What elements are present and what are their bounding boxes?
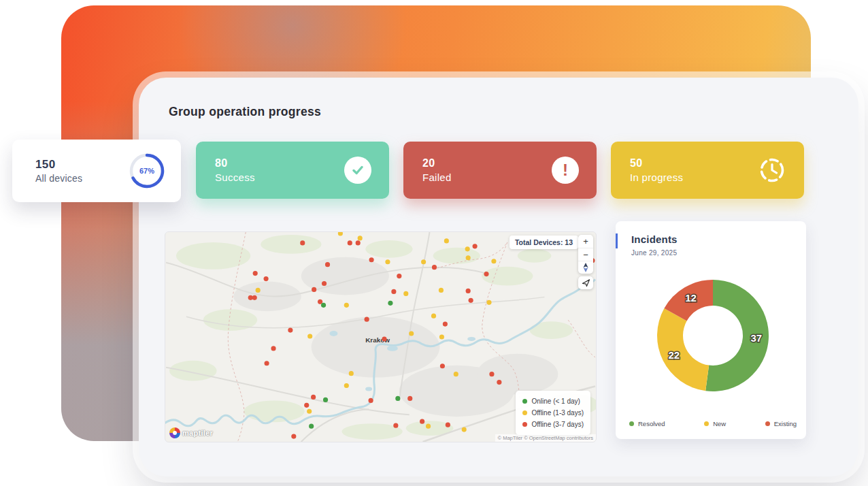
device-marker[interactable] bbox=[407, 396, 412, 401]
device-marker[interactable] bbox=[440, 363, 445, 368]
device-marker[interactable] bbox=[388, 301, 393, 306]
device-marker[interactable] bbox=[409, 331, 414, 336]
in-progress-count: 50 bbox=[630, 157, 683, 169]
device-marker[interactable] bbox=[421, 259, 426, 264]
donut-slice-new bbox=[657, 308, 709, 391]
device-marker[interactable] bbox=[469, 298, 473, 303]
device-marker[interactable] bbox=[348, 240, 352, 245]
device-marker[interactable] bbox=[265, 361, 269, 366]
device-marker[interactable] bbox=[291, 434, 296, 438]
device-marker[interactable] bbox=[300, 240, 305, 245]
donut-value-label: 12 bbox=[685, 292, 697, 304]
device-marker[interactable] bbox=[444, 238, 449, 243]
legend-label: Offline (1-3 days) bbox=[531, 407, 584, 419]
device-marker[interactable] bbox=[484, 272, 488, 276]
device-marker[interactable] bbox=[356, 240, 361, 245]
device-marker[interactable] bbox=[397, 274, 401, 278]
legend-label: Existing bbox=[774, 420, 797, 427]
device-marker[interactable] bbox=[344, 383, 349, 388]
device-marker[interactable] bbox=[323, 398, 328, 402]
zoom-out-button[interactable]: − bbox=[578, 248, 593, 261]
device-marker[interactable] bbox=[369, 398, 373, 403]
device-marker[interactable] bbox=[321, 303, 326, 308]
legend-dot-icon bbox=[522, 410, 527, 415]
device-marker[interactable] bbox=[304, 403, 309, 408]
device-marker[interactable] bbox=[369, 257, 374, 262]
device-marker[interactable] bbox=[358, 236, 363, 240]
failed-label: Failed bbox=[422, 172, 452, 183]
device-marker[interactable] bbox=[465, 246, 470, 251]
donut-value-label: 37 bbox=[751, 332, 763, 344]
device-marker[interactable] bbox=[393, 423, 398, 428]
device-marker[interactable] bbox=[466, 289, 471, 293]
device-marker[interactable] bbox=[322, 281, 327, 286]
device-marker[interactable] bbox=[439, 288, 444, 293]
device-marker[interactable] bbox=[325, 262, 330, 267]
legend-item: Offline (3-7 days) bbox=[522, 419, 584, 430]
device-marker[interactable] bbox=[497, 380, 501, 385]
incidents-card: Incidents June 29, 2025 372212 ResolvedN… bbox=[616, 221, 806, 439]
locate-icon[interactable] bbox=[578, 276, 593, 289]
device-marker[interactable] bbox=[446, 423, 450, 427]
device-marker[interactable] bbox=[349, 371, 354, 376]
device-marker[interactable] bbox=[491, 259, 496, 263]
maptiler-logo[interactable]: maptiler bbox=[169, 427, 213, 438]
device-marker[interactable] bbox=[307, 334, 312, 338]
device-marker[interactable] bbox=[311, 395, 316, 400]
device-marker[interactable] bbox=[382, 336, 386, 341]
map-legend: Online (< 1 day)Offline (1-3 days)Offlin… bbox=[516, 391, 590, 435]
device-marker[interactable] bbox=[489, 372, 494, 376]
device-marker[interactable] bbox=[454, 372, 458, 376]
maptiler-logo-text: maptiler bbox=[182, 429, 213, 437]
device-marker[interactable] bbox=[271, 346, 276, 351]
device-marker[interactable] bbox=[309, 424, 314, 429]
device-marker[interactable] bbox=[439, 334, 444, 339]
total-devices-badge: Total Devices: 13 bbox=[510, 236, 578, 249]
device-marker[interactable] bbox=[264, 276, 269, 281]
device-marker[interactable] bbox=[403, 291, 408, 296]
device-marker[interactable] bbox=[252, 295, 257, 300]
legend-dot-icon bbox=[704, 421, 709, 426]
device-map[interactable]: Krakow Total Devices: 13 + − bbox=[165, 231, 597, 442]
stat-card-in-progress: 50 In progress bbox=[611, 142, 804, 199]
device-marker[interactable] bbox=[288, 327, 293, 332]
progress-ring: 67% bbox=[128, 152, 166, 190]
device-marker[interactable] bbox=[256, 288, 261, 293]
device-marker[interactable] bbox=[365, 317, 369, 322]
zoom-in-button[interactable]: + bbox=[578, 235, 593, 248]
device-marker[interactable] bbox=[420, 419, 424, 424]
device-marker[interactable] bbox=[344, 303, 349, 308]
legend-label: Resolved bbox=[638, 420, 665, 427]
device-marker[interactable] bbox=[462, 427, 467, 432]
device-marker[interactable] bbox=[466, 255, 471, 260]
legend-dot-icon bbox=[522, 422, 527, 427]
group-operation-card: Group operation progress 80 Success 20 F… bbox=[139, 78, 858, 476]
device-marker[interactable] bbox=[312, 287, 316, 292]
incidents-donut-chart: 372212 bbox=[616, 276, 806, 419]
compass-icon[interactable] bbox=[578, 261, 593, 274]
device-marker[interactable] bbox=[473, 244, 478, 248]
check-icon bbox=[344, 157, 371, 184]
map-attribution: © MapTiler © OpenStreetMap contributors bbox=[495, 434, 596, 442]
maptiler-pin-icon bbox=[169, 427, 180, 438]
legend-label: Online (< 1 day) bbox=[531, 395, 580, 407]
device-marker[interactable] bbox=[426, 424, 431, 429]
legend-item: Existing bbox=[765, 420, 797, 427]
legend-item: Resolved bbox=[629, 420, 665, 427]
device-marker[interactable] bbox=[443, 322, 448, 327]
legend-dot-icon bbox=[765, 421, 770, 426]
dashboard-page: Group operation progress 80 Success 20 F… bbox=[0, 0, 868, 486]
success-count: 80 bbox=[215, 157, 255, 169]
device-marker[interactable] bbox=[253, 271, 258, 276]
legend-dot-icon bbox=[522, 399, 527, 404]
clock-icon bbox=[758, 156, 786, 184]
device-marker[interactable] bbox=[395, 396, 400, 401]
incidents-date: June 29, 2025 bbox=[631, 249, 677, 257]
device-marker[interactable] bbox=[391, 289, 396, 294]
device-marker[interactable] bbox=[307, 409, 312, 414]
device-marker[interactable] bbox=[432, 265, 437, 270]
incidents-accent-bar bbox=[616, 233, 618, 248]
device-marker[interactable] bbox=[431, 314, 436, 319]
device-marker[interactable] bbox=[486, 300, 491, 305]
device-marker[interactable] bbox=[385, 259, 390, 264]
